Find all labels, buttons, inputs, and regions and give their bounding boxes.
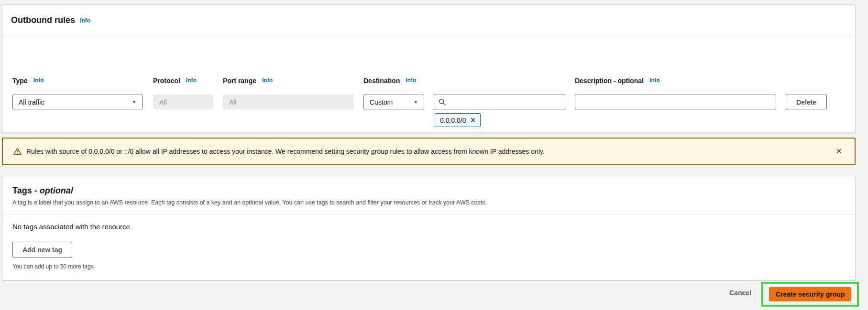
- description-field-wrap: [575, 95, 776, 109]
- tags-title-optional: optional: [40, 186, 73, 195]
- tags-header: Tags - optional A tag is a label that yo…: [2, 176, 855, 214]
- tags-card: Tags - optional A tag is a label that yo…: [2, 176, 856, 280]
- type-column-label: TypeInfo: [12, 77, 44, 85]
- protocol-info-link[interactable]: Info: [186, 77, 197, 84]
- description-info-link[interactable]: Info: [649, 77, 660, 84]
- outbound-rules-body: TypeInfo ProtocolInfo Port rangeInfo Des…: [2, 36, 855, 132]
- port-range-info-link[interactable]: Info: [262, 77, 273, 84]
- tags-limit-note: You can add up to 50 more tags: [12, 263, 94, 270]
- destination-chip-value: 0.0.0.0/0: [440, 117, 466, 124]
- chip-remove-icon[interactable]: ✕: [471, 117, 476, 124]
- destination-chip: 0.0.0.0/0 ✕: [435, 113, 481, 127]
- create-security-group-button[interactable]: Create security group: [769, 287, 851, 301]
- destination-type-select[interactable]: Custom ▼: [363, 95, 424, 109]
- destination-type-value: Custom: [370, 98, 393, 106]
- destination-column-label: DestinationInfo: [363, 77, 416, 85]
- outbound-rules-card: Outbound rules Info TypeInfo ProtocolInf…: [2, 4, 856, 133]
- description-column-label: Description - optionalInfo: [575, 77, 660, 85]
- port-range-field-wrap: [223, 95, 354, 109]
- type-select-value: All traffic: [19, 98, 44, 106]
- banner-close-icon[interactable]: ✕: [834, 146, 844, 157]
- warning-banner: Rules with source of 0.0.0.0/0 or ::/0 a…: [2, 138, 856, 165]
- destination-search-box[interactable]: [434, 95, 565, 109]
- create-security-group-page: Outbound rules Info TypeInfo ProtocolInf…: [0, 0, 868, 310]
- add-new-tag-button[interactable]: Add new tag: [12, 242, 72, 257]
- search-icon: [439, 98, 446, 106]
- outbound-rules-header: Outbound rules Info: [2, 5, 855, 36]
- type-info-link[interactable]: Info: [33, 77, 44, 84]
- port-range-input: [223, 95, 354, 109]
- outbound-rules-info-link[interactable]: Info: [80, 17, 90, 24]
- destination-info-link[interactable]: Info: [406, 77, 416, 84]
- chevron-down-icon: ▼: [127, 100, 136, 105]
- outbound-rules-title: Outbound rules: [11, 15, 75, 25]
- port-range-column-label: Port rangeInfo: [223, 77, 273, 85]
- type-select[interactable]: All traffic ▼: [12, 95, 143, 109]
- protocol-input: [153, 95, 213, 109]
- warning-triangle-icon: [13, 148, 22, 155]
- delete-rule-button[interactable]: Delete: [786, 95, 827, 109]
- description-input[interactable]: [575, 95, 776, 109]
- warning-banner-message: Rules with source of 0.0.0.0/0 or ::/0 a…: [26, 148, 545, 155]
- annotation-highlight: Create security group: [761, 282, 859, 307]
- cancel-button[interactable]: Cancel: [729, 289, 751, 297]
- chevron-down-icon: ▼: [409, 100, 418, 105]
- protocol-field-wrap: [153, 95, 213, 109]
- tags-title: Tags - optional: [12, 186, 855, 196]
- tags-empty-text: No tags associated with the resource.: [12, 223, 132, 231]
- protocol-column-label: ProtocolInfo: [153, 77, 197, 85]
- destination-search-input[interactable]: [450, 98, 560, 106]
- tags-description: A tag is a label that you assign to an A…: [12, 199, 855, 206]
